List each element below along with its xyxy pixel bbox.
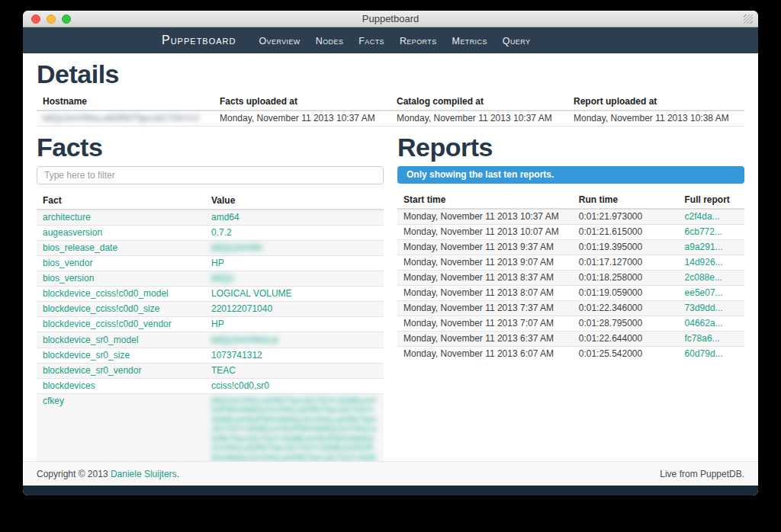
redacted-value: k8Qz2mV94xLw63RbT5pnJd17GhYcS0AfEumH5oPi…	[211, 274, 234, 284]
report-start-time: Monday, November 11 2013 10:37 AM	[397, 209, 573, 225]
reports-col-report: Full report	[679, 191, 744, 209]
details-title: Details	[37, 61, 744, 88]
fact-name-link[interactable]: bios_vendor	[43, 258, 92, 268]
fact-name-link[interactable]: blockdevice_cciss!c0d0_size	[43, 303, 159, 314]
hostname-cell: k8Qz2mV94xLw63RbT5pnJd17GhYcS0AfEumH5oPi…	[37, 111, 214, 127]
fact-value-link[interactable]: LOGICAL VOLUME	[211, 288, 292, 299]
report-hash-link[interactable]: 6cb772...	[685, 226, 722, 237]
nav-item-metrics[interactable]: Metrics	[445, 36, 495, 46]
report-start-time: Monday, November 11 2013 6:37 AM	[397, 331, 573, 346]
fact-value-link[interactable]: cciss!c0d0,sr0	[211, 380, 269, 391]
fact-row: bios_vendorHP	[37, 256, 384, 271]
report-hash-link[interactable]: 2c088e...	[685, 272, 722, 283]
nav-item-facts[interactable]: Facts	[351, 36, 392, 46]
fact-row: blockdevice_cciss!c0d0_modelLOGICAL VOLU…	[37, 287, 384, 302]
report-run-time: 0:01:18.258000	[573, 270, 679, 285]
details-row: k8Qz2mV94xLw63RbT5pnJd17GhYcS0AfEumH5oPi…	[37, 111, 744, 127]
nav-item-overview[interactable]: Overview	[251, 36, 307, 46]
nav-item-nodes[interactable]: Nodes	[308, 36, 352, 46]
fact-row: bios_release_datek8Qz2mV94xLw63RbT5pnJd1…	[37, 240, 384, 255]
reports-col-start: Start time	[397, 191, 573, 209]
report-run-time: 0:01:22.644000	[573, 331, 679, 346]
facts-section: Facts Fact Value architectureamd64augeas…	[37, 130, 384, 461]
details-col-catalog-compiled: Catalog compiled at	[390, 93, 567, 111]
report-hash-link[interactable]: 73d9dd...	[685, 303, 723, 313]
fact-name-link[interactable]: blockdevice_sr0_size	[43, 350, 130, 361]
fact-name-link[interactable]: cfkey	[43, 396, 64, 406]
fact-value-link[interactable]: amd64	[211, 212, 239, 223]
report-run-time: 0:01:17.127000	[573, 255, 679, 270]
fact-value-link[interactable]: TEAC	[211, 365, 236, 376]
report-row: Monday, November 11 2013 7:07 AM0:01:28.…	[397, 316, 744, 331]
report-run-time: 0:01:19.395000	[573, 239, 679, 255]
fact-value-link[interactable]: 1073741312	[211, 350, 262, 361]
reports-header-row: Start time Run time Full report	[397, 191, 744, 209]
details-col-report-uploaded: Report uploaded at	[567, 93, 744, 111]
reports-section: Reports Only showing the last ten report…	[397, 130, 744, 461]
window-titlebar[interactable]: Puppetboard	[23, 11, 758, 27]
report-hash-link[interactable]: ee5e07...	[685, 287, 723, 298]
window-controls	[31, 14, 71, 24]
report-run-time: 0:01:19.059000	[573, 285, 679, 300]
details-col-hostname: Hostname	[37, 93, 214, 111]
fact-name-link[interactable]: augeasversion	[43, 227, 102, 238]
report-start-time: Monday, November 11 2013 6:07 AM	[397, 346, 573, 361]
report-hash-link[interactable]: c2f4da...	[685, 211, 720, 222]
fact-value-link[interactable]: 220122071040	[211, 303, 272, 314]
zoom-window-icon[interactable]	[62, 14, 71, 24]
close-window-icon[interactable]	[31, 14, 40, 24]
facts-uploaded-cell: Monday, November 11 2013 10:37 AM	[214, 111, 390, 127]
fact-row: blockdevice_sr0_modelk8Qz2mV94xLw63RbT5p…	[37, 332, 384, 348]
fact-value-link[interactable]: 0.7.2	[211, 227, 232, 238]
reports-table: Start time Run time Full report Monday, …	[397, 191, 744, 361]
report-hash-link[interactable]: a9a291...	[685, 242, 723, 252]
page-content: Details Hostname Facts uploaded at Catal…	[23, 53, 758, 461]
fact-row: augeasversion0.7.2	[37, 225, 384, 240]
report-start-time: Monday, November 11 2013 7:07 AM	[397, 316, 573, 331]
report-hash-link[interactable]: 14d926...	[685, 257, 723, 268]
report-hash-link[interactable]: 60d79d...	[685, 348, 723, 359]
fact-name-link[interactable]: blockdevice_cciss!c0d0_vendor	[43, 319, 172, 329]
nav-item-reports[interactable]: Reports	[392, 36, 445, 46]
facts-title: Facts	[37, 134, 384, 162]
reports-alert: Only showing the last ten reports.	[397, 166, 744, 184]
report-hash-link[interactable]: 04662a...	[685, 318, 723, 328]
report-row: Monday, November 11 2013 6:37 AM0:01:22.…	[397, 331, 744, 346]
fact-name-link[interactable]: bios_release_date	[43, 242, 117, 253]
report-uploaded-cell: Monday, November 11 2013 10:38 AM	[567, 111, 744, 127]
fact-value-link[interactable]: HP	[211, 319, 224, 329]
report-row: Monday, November 11 2013 9:07 AM0:01:17.…	[397, 255, 744, 270]
fact-row: cfkeyk8Qz2mV94xLw63RbT5pnJd17GhYcS0AfEum…	[37, 393, 384, 461]
fact-name-link[interactable]: blockdevice_sr0_model	[43, 335, 138, 345]
catalog-compiled-cell: Monday, November 11 2013 10:37 AM	[390, 111, 567, 127]
copyright-prefix: Copyright © 2013	[37, 469, 111, 479]
reports-col-run: Run time	[573, 191, 679, 209]
nav-item-query[interactable]: Query	[495, 36, 538, 46]
fact-name-link[interactable]: architecture	[43, 212, 91, 223]
page-footer: Copyright © 2013 Daniele Sluijters. Live…	[23, 461, 758, 486]
fact-name-link[interactable]: blockdevice_cciss!c0d0_model	[43, 288, 169, 299]
fullscreen-icon[interactable]	[744, 14, 753, 24]
report-hash-link[interactable]: fc78a6...	[685, 333, 720, 344]
fact-row: architectureamd64	[37, 210, 384, 226]
report-row: Monday, November 11 2013 10:07 AM0:01:21…	[397, 224, 744, 239]
report-run-time: 0:01:28.795000	[573, 316, 679, 331]
details-col-facts-uploaded: Facts uploaded at	[214, 93, 390, 111]
details-table: Hostname Facts uploaded at Catalog compi…	[37, 93, 744, 127]
fact-row: blockdevice_cciss!c0d0_vendorHP	[37, 317, 384, 332]
fact-name-link[interactable]: blockdevice_sr0_vendor	[43, 365, 141, 376]
navbar-brand[interactable]: Puppetboard	[162, 34, 236, 47]
report-run-time: 0:01:22.346000	[573, 300, 679, 316]
fact-name-link[interactable]: bios_version	[43, 273, 94, 284]
facts-filter-input[interactable]	[37, 166, 384, 184]
facts-header-row: Fact Value	[37, 192, 384, 210]
fact-name-link[interactable]: blockdevices	[43, 380, 95, 391]
author-link[interactable]: Daniele Sluijters	[111, 469, 177, 479]
navbar: Puppetboard OverviewNodesFactsReportsMet…	[23, 27, 758, 53]
report-run-time: 0:01:21.973000	[573, 209, 679, 225]
fact-value-link[interactable]: HP	[211, 258, 224, 268]
fact-row: blockdevicescciss!c0d0,sr0	[37, 378, 384, 393]
minimize-window-icon[interactable]	[47, 14, 56, 24]
details-header-row: Hostname Facts uploaded at Catalog compi…	[37, 93, 744, 111]
report-row: Monday, November 11 2013 8:07 AM0:01:19.…	[397, 285, 744, 300]
